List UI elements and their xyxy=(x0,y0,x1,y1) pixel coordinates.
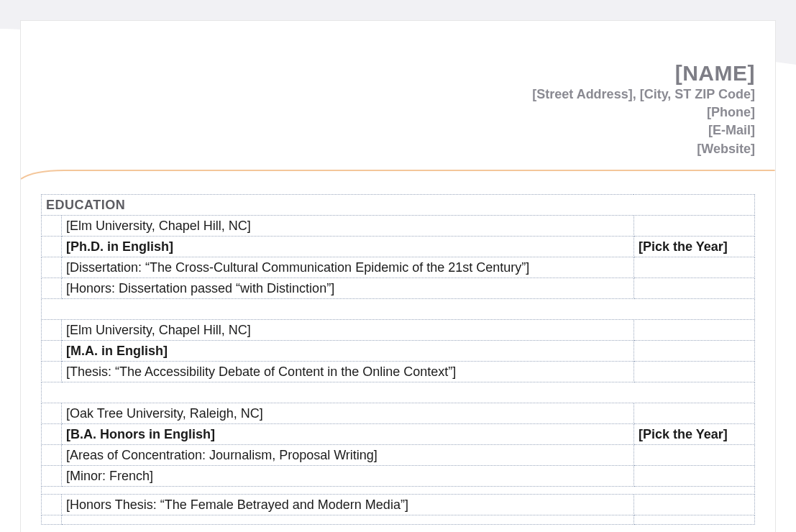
spacer-cell xyxy=(42,298,755,319)
table-row: [Minor: French] xyxy=(42,465,755,486)
year-cell[interactable] xyxy=(633,340,754,361)
year-cell[interactable] xyxy=(633,465,754,486)
degree-cell[interactable]: [M.A. in English] xyxy=(62,340,634,361)
gutter-cell xyxy=(42,494,62,515)
spacer-cell xyxy=(62,515,634,524)
website-placeholder[interactable]: [Website] xyxy=(41,140,755,158)
table-row: [Elm University, Chapel Hill, NC] xyxy=(42,215,755,236)
gutter-cell xyxy=(42,278,62,298)
year-cell[interactable] xyxy=(633,403,754,423)
spacer-row xyxy=(42,515,755,524)
year-cell[interactable]: [Pick the Year] xyxy=(633,236,754,257)
detail-cell[interactable]: [Honors: Dissertation passed “with Disti… xyxy=(62,278,634,298)
degree-cell[interactable]: [B.A. Honors in English] xyxy=(62,423,634,444)
detail-cell[interactable]: [Minor: French] xyxy=(62,465,634,486)
spacer-cell xyxy=(633,515,754,524)
spacer-row xyxy=(42,298,755,319)
year-cell[interactable] xyxy=(633,319,754,340)
year-cell[interactable]: [Pick the Year] xyxy=(633,423,754,444)
gutter-cell xyxy=(42,319,62,340)
document-page: [NAME] [Street Address], [City, ST ZIP C… xyxy=(0,0,796,532)
school-cell[interactable]: [Elm University, Chapel Hill, NC] xyxy=(62,215,634,236)
gutter-cell xyxy=(42,444,62,465)
table-row: [Honors: Dissertation passed “with Disti… xyxy=(42,278,755,298)
spacer-cell xyxy=(42,382,755,403)
detail-cell[interactable]: [Honors Thesis: “The Female Betrayed and… xyxy=(62,494,634,515)
address-placeholder[interactable]: [Street Address], [City, ST ZIP Code] xyxy=(41,86,755,104)
gutter-cell xyxy=(42,257,62,278)
header-block: [NAME] [Street Address], [City, ST ZIP C… xyxy=(21,21,775,164)
content-area: EDUCATION [Elm University, Chapel Hill, … xyxy=(21,180,775,532)
email-placeholder[interactable]: [E-Mail] xyxy=(41,121,755,139)
year-cell[interactable] xyxy=(633,444,754,465)
gutter-cell xyxy=(42,215,62,236)
spacer-row xyxy=(42,486,755,494)
table-row: [M.A. in English] xyxy=(42,340,755,361)
gutter-cell xyxy=(42,423,62,444)
detail-cell[interactable]: [Areas of Concentration: Journalism, Pro… xyxy=(62,444,634,465)
gutter-cell xyxy=(42,361,62,382)
phone-placeholder[interactable]: [Phone] xyxy=(41,104,755,121)
section-title[interactable]: EDUCATION xyxy=(42,194,755,215)
detail-cell[interactable]: [Dissertation: “The Cross-Cultural Commu… xyxy=(62,257,634,278)
section-title-row: EDUCATION xyxy=(42,194,755,215)
gutter-cell xyxy=(42,236,62,257)
table-row: [Thesis: “The Accessibility Debate of Co… xyxy=(42,361,755,382)
school-cell[interactable]: [Elm University, Chapel Hill, NC] xyxy=(62,319,634,340)
gutter-cell xyxy=(42,340,62,361)
gutter-cell xyxy=(42,403,62,423)
year-cell[interactable] xyxy=(633,494,754,515)
year-cell[interactable] xyxy=(633,278,754,298)
document-body: [NAME] [Street Address], [City, ST ZIP C… xyxy=(20,20,776,532)
spacer-cell xyxy=(42,515,62,524)
table-row: [Ph.D. in English] [Pick the Year] xyxy=(42,236,755,257)
detail-cell[interactable]: [Thesis: “The Accessibility Debate of Co… xyxy=(62,361,634,382)
table-row: [B.A. Honors in English] [Pick the Year] xyxy=(42,423,755,444)
year-cell[interactable] xyxy=(633,257,754,278)
spacer-cell xyxy=(42,486,755,494)
table-row: [Dissertation: “The Cross-Cultural Commu… xyxy=(42,257,755,278)
orange-divider xyxy=(21,170,775,180)
table-row: [Honors Thesis: “The Female Betrayed and… xyxy=(42,494,755,515)
degree-cell[interactable]: [Ph.D. in English] xyxy=(62,236,634,257)
table-row: [Oak Tree University, Raleigh, NC] xyxy=(42,403,755,423)
year-cell[interactable] xyxy=(633,361,754,382)
education-table: EDUCATION [Elm University, Chapel Hill, … xyxy=(41,194,755,525)
school-cell[interactable]: [Oak Tree University, Raleigh, NC] xyxy=(62,403,634,423)
spacer-row xyxy=(42,382,755,403)
name-placeholder[interactable]: [NAME] xyxy=(41,61,755,86)
gutter-cell xyxy=(42,465,62,486)
year-cell[interactable] xyxy=(633,215,754,236)
table-row: [Elm University, Chapel Hill, NC] xyxy=(42,319,755,340)
table-row: [Areas of Concentration: Journalism, Pro… xyxy=(42,444,755,465)
